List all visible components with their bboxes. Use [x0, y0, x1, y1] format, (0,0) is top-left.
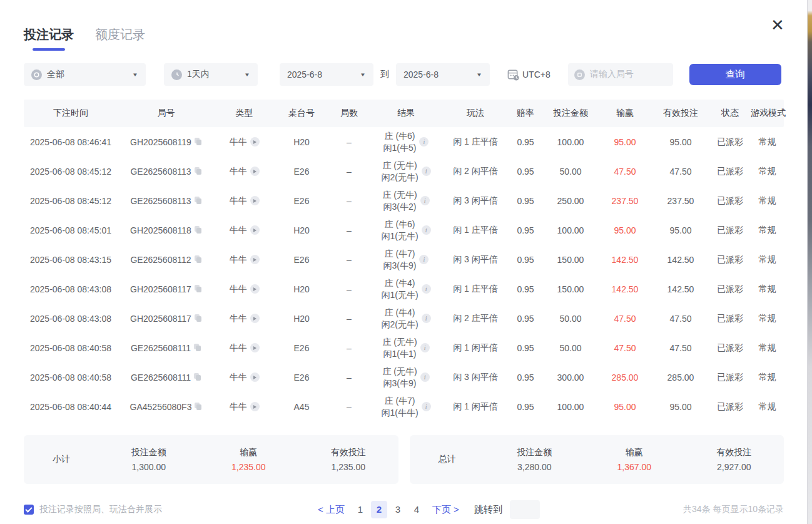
total-valid: 有效投注 2,927.00: [684, 447, 784, 472]
betting-records-modal: 投注记录 额度记录 ✕ 全部 ▼ 1天内 ▼ 2025-6-8 ▼ 到 2025…: [0, 0, 807, 524]
checkbox-checked-icon[interactable]: [24, 505, 34, 515]
copy-icon[interactable]: [194, 344, 201, 352]
tab-betting-records[interactable]: 投注记录: [24, 26, 74, 52]
bet-type-select[interactable]: 全部 ▼: [24, 63, 146, 86]
timezone-indicator[interactable]: UTC+8: [507, 68, 551, 81]
round-id-input[interactable]: 请输入局号: [568, 63, 673, 86]
date-from-picker[interactable]: 2025-6-8 ▼: [280, 63, 373, 86]
search-button[interactable]: 查询: [689, 64, 781, 85]
odds-cell: 0.95: [508, 196, 543, 206]
valid-bet-cell: 142.50: [652, 255, 709, 265]
info-icon[interactable]: i: [422, 225, 431, 235]
info-icon[interactable]: i: [419, 255, 429, 264]
play-icon[interactable]: [250, 284, 260, 294]
valid-bet-cell: 142.50: [652, 284, 709, 294]
odds-cell: 0.95: [508, 372, 543, 383]
play-icon[interactable]: [250, 196, 260, 205]
play-icon[interactable]: [250, 225, 260, 235]
game-type-cell: 牛牛: [215, 372, 274, 383]
round-count-cell: –: [329, 255, 369, 265]
copy-icon[interactable]: [195, 314, 202, 322]
copy-icon[interactable]: [195, 167, 202, 175]
odds-cell: 0.95: [508, 343, 543, 353]
info-icon[interactable]: i: [422, 167, 431, 176]
info-icon[interactable]: i: [422, 284, 431, 294]
copy-icon[interactable]: [195, 226, 202, 234]
win-loss-cell: 47.50: [598, 167, 652, 177]
info-icon[interactable]: i: [422, 314, 431, 323]
game-mode-cell: 常规: [751, 401, 784, 413]
table-body: 2025-06-08 08:46:41GH2025608119牛牛H20–庄 (…: [24, 127, 784, 421]
close-icon[interactable]: ✕: [769, 16, 786, 34]
bet-time-cell: 2025-06-08 08:40:44: [24, 402, 118, 412]
info-icon[interactable]: i: [419, 137, 429, 146]
date-range-to-label: 到: [380, 69, 389, 80]
play-icon[interactable]: [250, 314, 260, 323]
table-header-row: 下注时间局号类型桌台号局数结果玩法赔率投注金额输赢有效投注状态游戏模式: [24, 100, 784, 127]
round-count-cell: –: [329, 137, 369, 147]
next-page-button[interactable]: 下页 >: [432, 504, 459, 516]
footer-bar: 投注记录按照局、玩法合并展示 < 上页 1234 下页 > 跳转到 共34条 每…: [24, 500, 784, 519]
status-cell: 已派彩: [709, 166, 751, 177]
table-no-cell: E26: [274, 167, 329, 177]
chevron-down-icon: ▼: [132, 72, 138, 78]
info-icon[interactable]: i: [420, 196, 430, 205]
prev-page-button[interactable]: < 上页: [318, 504, 345, 516]
play-icon[interactable]: [250, 137, 260, 146]
copy-icon[interactable]: [195, 403, 202, 411]
tab-quota-records[interactable]: 额度记录: [95, 26, 145, 52]
copy-icon[interactable]: [195, 138, 202, 146]
play-cell: 闲 3 闲平倍: [443, 195, 508, 207]
play-icon[interactable]: [250, 167, 260, 176]
bet-amount-cell: 100.00: [543, 137, 598, 147]
round-id-cell: GE2625608111: [118, 343, 215, 353]
play-icon[interactable]: [250, 343, 260, 352]
total-box: 总计 投注金额 3,280.00 输赢 1,367.00 有效投注 2,927.…: [410, 435, 784, 484]
result-cell: 庄 (牛4)闲1(无牛)i: [369, 277, 443, 301]
page-number-3[interactable]: 3: [390, 501, 406, 518]
round-id-cell: GE2625608112: [118, 255, 215, 265]
result-cell: 庄 (牛6)闲1(牛5)i: [369, 130, 443, 154]
game-type-cell: 牛牛: [215, 284, 274, 295]
copy-icon[interactable]: [195, 255, 202, 264]
page-number-4[interactable]: 4: [409, 501, 425, 518]
odds-cell: 0.95: [508, 137, 543, 147]
date-to-value: 2025-6-8: [403, 69, 439, 80]
play-cell: 闲 3 闲平倍: [443, 372, 508, 383]
game-mode-cell: 常规: [751, 166, 784, 177]
game-mode-cell: 常规: [751, 254, 784, 265]
page-number-1[interactable]: 1: [352, 501, 368, 518]
info-icon[interactable]: i: [420, 372, 430, 382]
date-to-picker[interactable]: 2025-6-8 ▼: [396, 63, 490, 86]
table-row: 2025-06-08 08:45:01GH2025608118牛牛H20–庄 (…: [24, 215, 784, 245]
status-cell: 已派彩: [709, 284, 751, 295]
page-number-2[interactable]: 2: [371, 501, 387, 518]
info-icon[interactable]: i: [420, 343, 430, 352]
copy-icon[interactable]: [194, 373, 201, 381]
game-mode-cell: 常规: [751, 342, 784, 354]
table-row: 2025-06-08 08:40:58GE2625608111牛牛E26–庄 (…: [24, 362, 784, 392]
merge-display-checkbox[interactable]: 投注记录按照局、玩法合并展示: [24, 504, 162, 515]
filter-bar: 全部 ▼ 1天内 ▼ 2025-6-8 ▼ 到 2025-6-8 ▼: [24, 63, 783, 86]
result-cell: 庄 (牛7)闲1(牛牛)i: [369, 395, 443, 419]
play-cell: 闲 1 闲平倍: [443, 342, 508, 354]
column-header: 输赢: [598, 108, 652, 119]
copy-icon[interactable]: [195, 197, 202, 205]
game-type-cell: 牛牛: [215, 401, 274, 413]
odds-cell: 0.95: [508, 284, 543, 294]
play-icon[interactable]: [250, 372, 260, 382]
round-id-placeholder: 请输入局号: [590, 69, 634, 80]
play-icon[interactable]: [250, 402, 260, 411]
subtotal-bet: 投注金额 1,300.00: [99, 447, 199, 472]
play-icon[interactable]: [250, 255, 260, 264]
table-row: 2025-06-08 08:40:58GE2625608111牛牛E26–庄 (…: [24, 333, 784, 362]
chevron-down-icon: ▼: [476, 72, 482, 78]
info-icon[interactable]: i: [422, 402, 431, 411]
bet-time-cell: 2025-06-08 08:45:12: [24, 167, 118, 177]
bet-time-cell: 2025-06-08 08:43:15: [24, 255, 118, 265]
game-mode-cell: 常规: [751, 284, 784, 295]
time-range-select[interactable]: 1天内 ▼: [164, 63, 258, 86]
jump-to-input[interactable]: [510, 500, 540, 519]
copy-icon[interactable]: [195, 285, 202, 293]
round-id-cell: GH2025608117: [118, 314, 215, 324]
